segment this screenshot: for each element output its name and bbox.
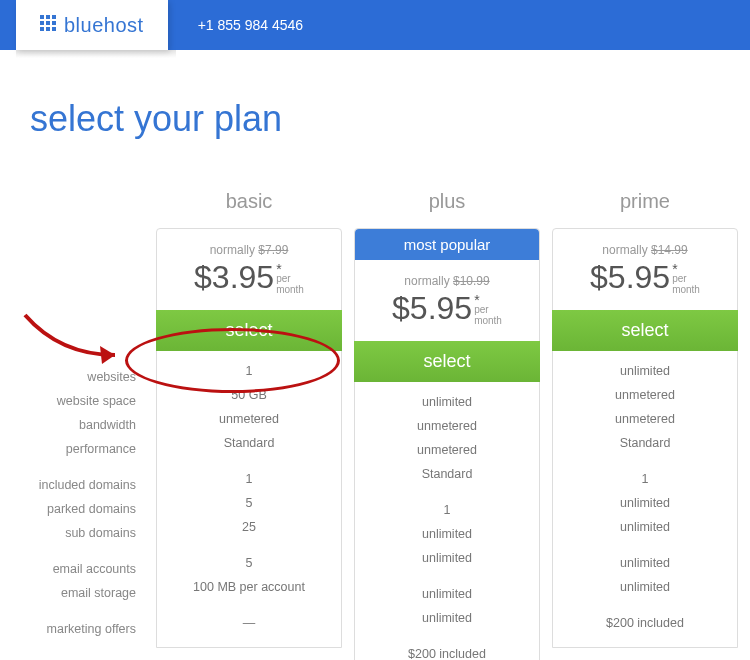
feature-value: unlimited (553, 515, 737, 539)
feature-label: email accounts (0, 557, 150, 581)
feature-value: unlimited (355, 606, 539, 630)
feature-value: Standard (355, 462, 539, 486)
select-button[interactable]: select (156, 310, 342, 351)
price-line: $5.95 * per month (563, 259, 727, 296)
price-box: normally $14.99 $5.95 * per month (553, 229, 737, 310)
features: unlimited unmetered unmetered Standard 1… (355, 382, 539, 660)
select-button[interactable]: select (354, 341, 540, 382)
features: unlimited unmetered unmetered Standard 1… (553, 351, 737, 635)
normally-price: $7.99 (258, 243, 288, 257)
price: $5.95 (392, 290, 472, 327)
feature-label: included domains (0, 473, 150, 497)
plan-plus: plus most popular normally $10.99 $5.95 … (354, 190, 540, 660)
feature-value: unlimited (355, 522, 539, 546)
plan-name: basic (156, 190, 342, 218)
feature-value: unlimited (355, 582, 539, 606)
feature-value: unmetered (355, 414, 539, 438)
svg-rect-2 (52, 15, 56, 19)
svg-rect-0 (40, 15, 44, 19)
plan-name: prime (552, 190, 738, 218)
price-line: $3.95 * per month (167, 259, 331, 296)
feature-label: marketing offers (0, 617, 150, 641)
feature-value: 25 (157, 515, 341, 539)
feature-value: 1 (157, 359, 341, 383)
feature-value: unlimited (355, 546, 539, 570)
feature-value: unlimited (553, 491, 737, 515)
month-label: month (474, 315, 502, 326)
feature-label: parked domains (0, 497, 150, 521)
plan-name: plus (354, 190, 540, 218)
normally-label: normally (210, 243, 255, 257)
svg-rect-5 (52, 21, 56, 25)
feature-value: 5 (157, 551, 341, 575)
price-suffix: * per month (474, 296, 502, 326)
logo-text: bluehost (64, 14, 144, 37)
feature-value: unlimited (553, 551, 737, 575)
month-label: month (672, 284, 700, 295)
per-label: per (276, 273, 290, 284)
normally-label: normally (404, 274, 449, 288)
feature-labels-column: websites website space bandwidth perform… (0, 190, 150, 660)
grid-icon (40, 15, 56, 35)
plans-table: websites website space bandwidth perform… (0, 190, 750, 660)
svg-rect-1 (46, 15, 50, 19)
normally-price: $10.99 (453, 274, 490, 288)
feature-value: $200 included (355, 642, 539, 660)
feature-label: bandwidth (0, 413, 150, 437)
feature-value: 50 GB (157, 383, 341, 407)
features: 1 50 GB unmetered Standard 1 5 25 5 100 … (157, 351, 341, 635)
feature-value: unmetered (553, 407, 737, 431)
price-box: normally $10.99 $5.95 * per month (355, 260, 539, 341)
svg-rect-6 (40, 27, 44, 31)
price-suffix: * per month (276, 265, 304, 295)
feature-value: Standard (553, 431, 737, 455)
svg-rect-3 (40, 21, 44, 25)
feature-value: 1 (355, 498, 539, 522)
most-popular-badge: most popular (355, 229, 539, 260)
price-line: $5.95 * per month (365, 290, 529, 327)
month-label: month (276, 284, 304, 295)
price: $5.95 (590, 259, 670, 296)
feature-label: website space (0, 389, 150, 413)
feature-value: — (157, 611, 341, 635)
phone-number[interactable]: +1 855 984 4546 (198, 17, 304, 33)
plan-card: normally $14.99 $5.95 * per month select… (552, 228, 738, 648)
plan-card: normally $7.99 $3.95 * per month select … (156, 228, 342, 648)
logo[interactable]: bluehost (16, 0, 168, 50)
normally-line: normally $10.99 (365, 274, 529, 288)
price-suffix: * per month (672, 265, 700, 295)
per-label: per (474, 304, 488, 315)
page-title: select your plan (30, 98, 750, 140)
feature-label: websites (0, 365, 150, 389)
price: $3.95 (194, 259, 274, 296)
price-box: normally $7.99 $3.95 * per month (157, 229, 341, 310)
feature-label: email storage (0, 581, 150, 605)
normally-line: normally $7.99 (167, 243, 331, 257)
svg-rect-4 (46, 21, 50, 25)
plan-basic: basic normally $7.99 $3.95 * per month s… (156, 190, 342, 660)
feature-label: sub domains (0, 521, 150, 545)
header: bluehost +1 855 984 4546 (0, 0, 750, 50)
feature-value: 100 MB per account (157, 575, 341, 599)
plan-card: most popular normally $10.99 $5.95 * per… (354, 228, 540, 660)
feature-label: performance (0, 437, 150, 461)
plan-prime: prime normally $14.99 $5.95 * per month … (552, 190, 738, 660)
feature-value: Standard (157, 431, 341, 455)
normally-label: normally (602, 243, 647, 257)
feature-value: unmetered (157, 407, 341, 431)
feature-value: 1 (553, 467, 737, 491)
svg-rect-8 (52, 27, 56, 31)
feature-value: 1 (157, 467, 341, 491)
feature-value: unmetered (355, 438, 539, 462)
feature-value: unmetered (553, 383, 737, 407)
normally-line: normally $14.99 (563, 243, 727, 257)
feature-value: unlimited (553, 359, 737, 383)
per-label: per (672, 273, 686, 284)
feature-value: 5 (157, 491, 341, 515)
feature-value: unlimited (553, 575, 737, 599)
feature-value: unlimited (355, 390, 539, 414)
select-button[interactable]: select (552, 310, 738, 351)
logo-shadow (16, 50, 176, 58)
svg-rect-7 (46, 27, 50, 31)
normally-price: $14.99 (651, 243, 688, 257)
